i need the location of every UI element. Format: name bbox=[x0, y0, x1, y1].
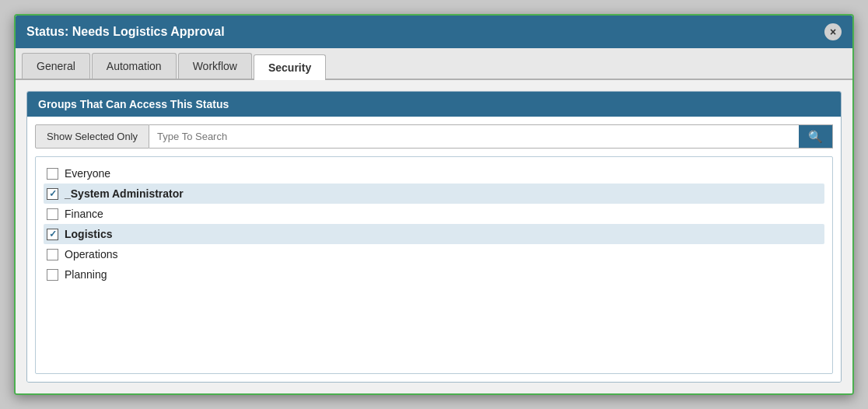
section-header: Groups That Can Access This Status bbox=[27, 92, 841, 117]
checkmark-icon: ✓ bbox=[49, 188, 57, 199]
dialog: Status: Needs Logistics Approval × Gener… bbox=[14, 14, 854, 395]
list-item: ✓_System Administrator bbox=[44, 184, 824, 204]
group-label-system_admin[interactable]: _System Administrator bbox=[65, 187, 184, 200]
search-button[interactable]: 🔍 bbox=[799, 125, 832, 148]
list-item: Operations bbox=[44, 244, 824, 264]
tab-general[interactable]: General bbox=[22, 53, 90, 79]
group-checkbox-finance[interactable] bbox=[47, 208, 58, 220]
list-item: Everyone bbox=[44, 163, 824, 184]
group-label-everyone[interactable]: Everyone bbox=[65, 167, 110, 180]
group-label-planning[interactable]: Planning bbox=[65, 268, 107, 281]
close-button[interactable]: × bbox=[824, 23, 842, 40]
list-item: Planning bbox=[44, 264, 824, 285]
group-checkbox-planning[interactable] bbox=[47, 269, 58, 281]
group-label-operations[interactable]: Operations bbox=[65, 248, 117, 260]
list-item: Finance bbox=[44, 204, 824, 224]
group-checkbox-operations[interactable] bbox=[47, 249, 58, 260]
dialog-body: Groups That Can Access This Status Show … bbox=[16, 80, 852, 393]
tab-workflow[interactable]: Workflow bbox=[178, 53, 252, 79]
tab-security[interactable]: Security bbox=[254, 54, 326, 80]
tabs-bar: GeneralAutomationWorkflowSecurity bbox=[16, 48, 852, 80]
section-content: Show Selected Only 🔍 Everyone✓_System Ad… bbox=[27, 117, 841, 382]
list-item: ✓Logistics bbox=[44, 224, 824, 244]
checkmark-icon: ✓ bbox=[49, 229, 57, 239]
group-label-logistics[interactable]: Logistics bbox=[65, 228, 112, 240]
search-wrapper: 🔍 bbox=[149, 124, 833, 149]
search-icon: 🔍 bbox=[808, 130, 823, 144]
group-checkbox-logistics[interactable]: ✓ bbox=[47, 229, 58, 240]
show-selected-button[interactable]: Show Selected Only bbox=[35, 124, 149, 149]
group-checkbox-system_admin[interactable]: ✓ bbox=[47, 188, 58, 200]
dialog-header: Status: Needs Logistics Approval × bbox=[16, 16, 852, 48]
tab-automation[interactable]: Automation bbox=[92, 53, 177, 79]
dialog-title: Status: Needs Logistics Approval bbox=[26, 25, 225, 39]
search-input[interactable] bbox=[149, 125, 799, 148]
filter-bar: Show Selected Only 🔍 bbox=[35, 124, 833, 149]
groups-section: Groups That Can Access This Status Show … bbox=[26, 91, 842, 383]
group-checkbox-everyone[interactable] bbox=[47, 168, 58, 180]
group-label-finance[interactable]: Finance bbox=[65, 208, 103, 220]
groups-list: Everyone✓_System AdministratorFinance✓Lo… bbox=[35, 156, 833, 374]
